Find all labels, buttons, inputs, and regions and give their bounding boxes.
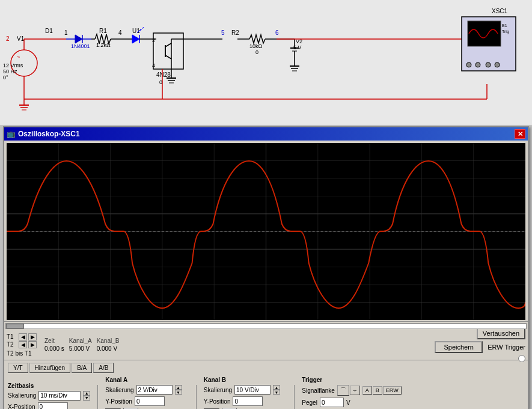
trigger-pegel-input[interactable]: [320, 398, 344, 407]
close-button[interactable]: ✕: [515, 129, 525, 139]
svg-rect-77: [468, 21, 501, 46]
channel-b-btn[interactable]: B: [373, 386, 382, 395]
svg-text:D1: D1: [45, 28, 53, 34]
t1-left-btn[interactable]: ◀: [19, 333, 27, 341]
erw-trigger-label: ERW Trigger: [488, 344, 525, 351]
speichern-button[interactable]: Speichern: [435, 341, 483, 353]
flanke-falling-btn[interactable]: ⌣: [350, 386, 360, 395]
trigger-signalflanke-item: Signalflanke ⌒ ⌣ A B ERW: [302, 385, 418, 396]
kanal-b-ypos-input[interactable]: [233, 396, 263, 406]
kanal-b-meas-group: Kanal_B 0.000 V: [97, 338, 120, 352]
zeitbasis-spin-up[interactable]: ▲: [83, 391, 90, 396]
kanal-a-meas-group: Kanal_A 5.000 V: [69, 338, 92, 352]
svg-text:Trig: Trig: [502, 29, 509, 34]
kanal-a-spin-down[interactable]: ▼: [175, 390, 182, 395]
channel-erw-btn[interactable]: ERW: [383, 386, 402, 395]
zeitbasis-group: Zeitbasis Skalierung ▲ ▼ X-Position: [8, 383, 90, 410]
kanal-b-label: Kanal B: [204, 377, 287, 383]
svg-text:4N28: 4N28: [156, 71, 171, 78]
bottom-controls: Y/T Hinzufügen B/A A/B Zeitbasis Skalier…: [4, 360, 528, 409]
trigger-pegel-item: Pegel V: [302, 398, 418, 407]
controls-row: Zeitbasis Skalierung ▲ ▼ X-Position Ka: [8, 377, 524, 409]
divider-2: [196, 385, 197, 409]
svg-text:4: 4: [152, 62, 155, 68]
svg-text:6: 6: [275, 29, 279, 36]
t2-right-btn[interactable]: ▶: [28, 341, 37, 348]
measurement-row: T1 ◀ ▶ T2 ◀ ▶ T2 bis T1 Zeit 0.000 s Kan…: [4, 330, 528, 360]
svg-rect-28: [153, 33, 183, 69]
right-buttons: Vertauschen Speichern ERW Trigger: [435, 327, 525, 362]
scrollbar-track[interactable]: [5, 323, 527, 329]
kanal-b-ypos-item: Y-Position: [204, 396, 287, 406]
bottom-tab-row: Y/T Hinzufügen B/A A/B: [8, 363, 524, 373]
osc-title-left: 📺 Oszilloskop-XSC1: [7, 130, 80, 138]
svg-text:R1: R1: [99, 28, 107, 34]
svg-line-31: [165, 43, 171, 47]
trigger-label: Trigger: [302, 377, 418, 383]
t2-left-btn[interactable]: ◀: [19, 341, 27, 348]
trigger-group: Trigger Signalflanke ⌒ ⌣ A B ERW Pegel: [302, 377, 418, 409]
kanal-a-spin-up[interactable]: ▲: [175, 385, 182, 390]
kanal-a-skalierung-label: Skalierung: [105, 387, 133, 393]
t1-row: T1 ◀ ▶: [7, 333, 40, 341]
tab-yt[interactable]: Y/T: [8, 363, 28, 373]
flanke-rising-btn[interactable]: ⌒: [337, 385, 349, 396]
svg-text:1: 1: [64, 29, 68, 36]
tab-hinzufuegen[interactable]: Hinzufügen: [29, 363, 71, 373]
kanal-b-group: Kanal B Skalierung ▲ ▼ Y-Position AC: [204, 377, 287, 409]
zeitbasis-skalierung-input[interactable]: [38, 391, 81, 401]
zeitbasis-spin: ▲ ▼: [83, 391, 90, 401]
erw-trigger-radio[interactable]: [518, 355, 525, 362]
svg-marker-23: [132, 35, 139, 43]
trigger-pegel-unit: V: [346, 399, 350, 406]
scrollbar-thumb[interactable]: [6, 324, 24, 329]
signal-flanke-buttons: ⌒ ⌣: [337, 385, 360, 396]
tab-ba[interactable]: B/A: [72, 363, 92, 373]
divider-3: [294, 385, 295, 409]
trigger-pegel-label: Pegel: [302, 399, 317, 406]
kanal-b-skalierung-input[interactable]: [234, 385, 271, 395]
zeitbasis-skalierung-item: Skalierung ▲ ▼: [8, 391, 90, 401]
channel-a-btn[interactable]: A: [362, 386, 372, 395]
t1-t2-controls: T1 ◀ ▶ T2 ◀ ▶ T2 bis T1: [7, 333, 40, 357]
zeitbasis-spin-down[interactable]: ▼: [83, 396, 90, 401]
svg-text:5: 5: [221, 29, 225, 36]
t1-right-btn[interactable]: ▶: [28, 333, 37, 341]
zeit-group: Zeit 0.000 s: [44, 338, 64, 352]
oscilloscope-scrollbar[interactable]: [4, 321, 528, 330]
svg-marker-11: [75, 35, 82, 43]
osc-icon: 📺: [7, 130, 16, 138]
kanal-b-spin-up[interactable]: ▲: [273, 385, 280, 390]
svg-line-32: [165, 55, 171, 59]
kanal-b-ypos-label: Y-Position: [204, 398, 231, 405]
circuit-area: ~ 2 V1 12 Vrms 50 Hz 0° D1 1N4001 1 R1 1…: [0, 0, 532, 126]
kanal-a-ypos-input[interactable]: [135, 396, 165, 406]
oscilloscope-svg: [7, 143, 525, 320]
channel-buttons: A B ERW: [362, 386, 402, 395]
kanal-b-spin-down[interactable]: ▼: [273, 390, 280, 395]
svg-point-80: [486, 62, 491, 67]
svg-text:V1: V1: [17, 35, 25, 42]
kanal-b-skalierung-label: Skalierung: [204, 387, 232, 393]
svg-text:50 Hz: 50 Hz: [3, 68, 17, 74]
kanal-a-spin: ▲ ▼: [175, 385, 182, 395]
tab-ab[interactable]: A/B: [93, 363, 114, 373]
vertauschen-button[interactable]: Vertauschen: [477, 327, 525, 339]
trigger-signalflanke-label: Signalflanke: [302, 387, 334, 394]
svg-line-26: [139, 27, 144, 31]
t1-label: T1: [7, 333, 17, 340]
t2-label: T2: [7, 341, 17, 348]
kanal-a-meas-label: Kanal_A: [69, 338, 92, 344]
kanal-a-ypos-item: Y-Position: [105, 396, 189, 406]
svg-text:XSC1: XSC1: [492, 8, 508, 14]
kanal-b-meas-label: Kanal_B: [97, 338, 120, 344]
zeitbasis-xpos-input[interactable]: [38, 402, 68, 410]
t2-row: T2 ◀ ▶: [7, 341, 40, 348]
kanal-b-skalierung-item: Skalierung ▲ ▼: [204, 385, 287, 395]
oscilloscope-screen: [7, 143, 525, 320]
svg-text:0: 0: [159, 79, 162, 85]
osc-title: Oszilloskop-XSC1: [18, 130, 80, 138]
kanal-a-skalierung-input[interactable]: [136, 385, 173, 395]
kanal-a-ypos-label: Y-Position: [105, 398, 132, 405]
svg-text:12 Vrms: 12 Vrms: [3, 62, 23, 68]
